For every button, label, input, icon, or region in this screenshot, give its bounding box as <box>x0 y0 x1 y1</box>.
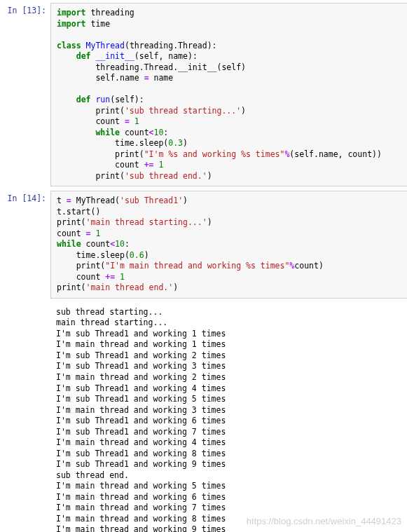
output-cell-14: sub thread starting... main thread start… <box>3 303 407 532</box>
code-output-14: sub thread starting... main thread start… <box>50 303 407 532</box>
code-cell-14: In [14]: t = MyThread('sub Thread1') t.s… <box>3 191 407 299</box>
prompt-label-13: In [13]: <box>3 3 50 15</box>
prompt-label-14: In [14]: <box>3 191 50 203</box>
output-prompt-14 <box>3 303 50 306</box>
code-cell-13: In [13]: import threading import time cl… <box>3 3 407 186</box>
code-input-13[interactable]: import threading import time class MyThr… <box>50 3 407 186</box>
code-input-14[interactable]: t = MyThread('sub Thread1') t.start() pr… <box>50 191 407 299</box>
